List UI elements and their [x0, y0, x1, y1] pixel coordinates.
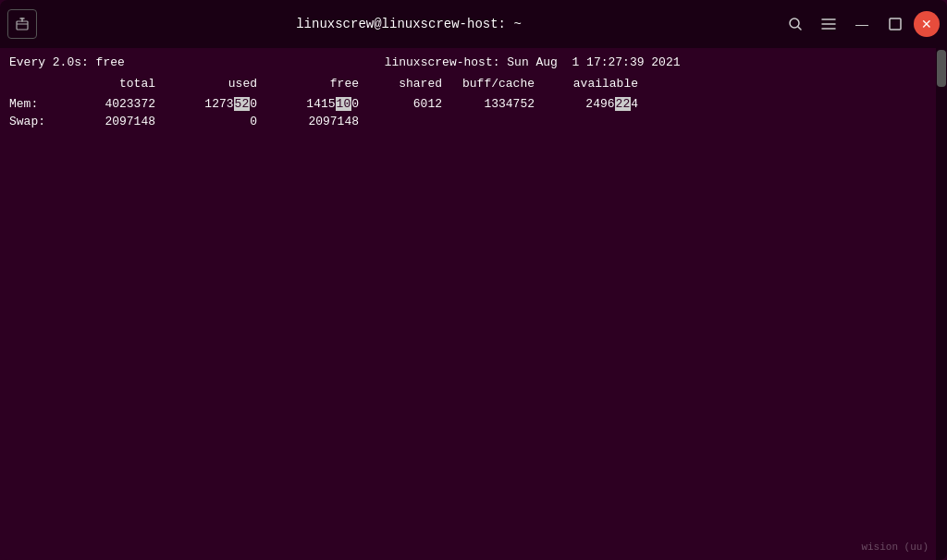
- mem-free: 1415100: [268, 95, 370, 114]
- search-button[interactable]: [781, 9, 810, 39]
- status-line: Every 2.0s: free linuxscrew-host: Sun Au…: [9, 55, 938, 69]
- minimize-button[interactable]: —: [847, 9, 877, 39]
- swap-total: 2097148: [65, 113, 166, 131]
- scrollbar-thumb[interactable]: [937, 50, 946, 87]
- header-buff-cache: buff/cache: [453, 75, 546, 93]
- titlebar-controls: — ✕: [781, 9, 940, 39]
- header-used: used: [166, 75, 268, 93]
- title-text: linuxscrew@linuxscrew-host: ~: [296, 17, 522, 31]
- mem-label: Mem:: [9, 95, 65, 114]
- new-tab-button[interactable]: [7, 9, 37, 39]
- header-total: total: [65, 75, 166, 93]
- close-button[interactable]: ✕: [914, 11, 940, 37]
- watermark: wision (uu): [861, 542, 929, 553]
- header-label: [9, 75, 65, 93]
- mem-used: 1273520: [166, 95, 268, 114]
- output-table: total used free shared buff/cache availa…: [9, 75, 938, 131]
- svg-rect-0: [17, 21, 28, 30]
- terminal-window: linuxscrew@linuxscrew-host: ~ —: [0, 0, 947, 560]
- mem-row: Mem: 4023372 1273520 1415100 6012 133475…: [9, 95, 938, 114]
- terminal-body[interactable]: Every 2.0s: free linuxscrew-host: Sun Au…: [0, 48, 947, 560]
- mem-free-highlight: 10: [336, 97, 352, 111]
- header-shared: shared: [370, 75, 453, 93]
- scrollbar[interactable]: [936, 48, 947, 560]
- swap-used: 0: [166, 113, 268, 131]
- mem-total: 4023372: [65, 95, 166, 114]
- mem-used-highlight: 52: [234, 97, 251, 111]
- table-header: total used free shared buff/cache availa…: [9, 75, 938, 93]
- swap-label: Swap:: [9, 113, 65, 131]
- header-available: available: [546, 75, 638, 93]
- svg-rect-2: [890, 18, 901, 30]
- mem-available: 2496224: [546, 95, 638, 114]
- menu-button[interactable]: [814, 9, 843, 39]
- mem-available-highlight: 22: [615, 97, 632, 111]
- swap-available: [546, 113, 638, 131]
- swap-buff-cache: [453, 113, 546, 131]
- swap-free: 2097148: [268, 113, 370, 131]
- swap-row: Swap: 2097148 0 2097148: [9, 113, 938, 131]
- header-free: free: [268, 75, 370, 93]
- mem-shared: 6012: [370, 95, 453, 114]
- titlebar-left: [7, 9, 37, 39]
- titlebar: linuxscrew@linuxscrew-host: ~ —: [0, 0, 947, 48]
- titlebar-title: linuxscrew@linuxscrew-host: ~: [37, 17, 781, 31]
- swap-shared: [370, 113, 453, 131]
- maximize-button[interactable]: [880, 9, 910, 39]
- mem-buff-cache: 1334752: [453, 95, 546, 114]
